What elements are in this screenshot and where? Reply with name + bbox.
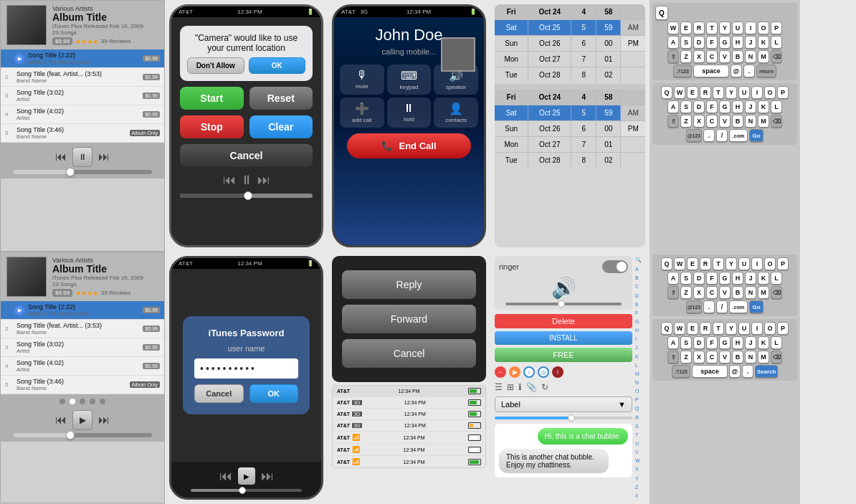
alpha-d[interactable]: D bbox=[635, 293, 645, 298]
song-row[interactable]: 2 Song Title (feat. Artist... (3:53) Ban… bbox=[1, 68, 164, 87]
price-badge[interactable]: $9.99 bbox=[52, 37, 72, 45]
next-btn-itunes[interactable]: ⏭ bbox=[261, 469, 274, 484]
kb-key[interactable]: E bbox=[687, 257, 698, 270]
kb-key[interactable]: K bbox=[758, 272, 769, 285]
label-select[interactable]: Label ▼ bbox=[495, 396, 632, 412]
kb-key[interactable]: O bbox=[764, 322, 776, 335]
q-key[interactable]: Q bbox=[655, 6, 668, 20]
kb-key[interactable]: E bbox=[687, 86, 698, 99]
progress-bar[interactable] bbox=[13, 170, 152, 174]
kb-key[interactable]: A bbox=[667, 272, 679, 285]
search-key[interactable]: Search bbox=[755, 365, 778, 378]
alpha-h[interactable]: H bbox=[635, 328, 645, 333]
attach-icon[interactable]: 📎 bbox=[526, 382, 537, 392]
slash-key[interactable]: / bbox=[716, 300, 728, 313]
kb-key[interactable]: L bbox=[771, 100, 782, 113]
song-price[interactable]: $0.99 bbox=[143, 74, 160, 80]
space-key[interactable]: space bbox=[693, 65, 729, 77]
alpha-c[interactable]: C bbox=[635, 284, 645, 289]
kb-key[interactable]: X bbox=[693, 115, 705, 128]
alpha-z[interactable]: Z bbox=[635, 485, 645, 490]
delete-key[interactable]: ⌫ bbox=[771, 351, 782, 363]
kb-key[interactable]: F bbox=[706, 36, 718, 49]
alpha-j[interactable]: J bbox=[635, 345, 645, 350]
info-icon[interactable]: ℹ bbox=[518, 382, 522, 392]
kb-key[interactable]: R bbox=[700, 257, 711, 270]
delete-key[interactable]: ⌫ bbox=[771, 50, 782, 63]
kb-key[interactable]: C bbox=[706, 50, 718, 63]
at123-key[interactable]: @123 bbox=[686, 300, 702, 313]
kb-key[interactable]: Z bbox=[680, 115, 692, 128]
kb-key[interactable]: T bbox=[713, 257, 724, 270]
itunes-ok-button[interactable]: OK bbox=[249, 384, 299, 403]
delete-button[interactable]: Delete bbox=[495, 314, 632, 328]
song-price[interactable]: $0.99 bbox=[143, 307, 160, 313]
kb-key[interactable]: T bbox=[706, 22, 718, 34]
dotcom-key[interactable]: .com bbox=[729, 129, 748, 142]
kb-key[interactable]: I bbox=[751, 322, 763, 335]
song-row[interactable]: 3 Song Title (3:02) Artist $0.99 bbox=[1, 87, 164, 105]
shift-key[interactable]: ⇧ bbox=[667, 351, 679, 363]
at-key[interactable]: @ bbox=[731, 65, 742, 77]
kb-key[interactable]: N bbox=[745, 50, 756, 63]
kb-key[interactable]: H bbox=[732, 336, 743, 349]
kb-key[interactable]: U bbox=[738, 86, 750, 99]
prev-btn-itunes[interactable]: ⏮ bbox=[219, 469, 232, 484]
song-row[interactable]: 3 Song Title (3:02) Artist $0.99 bbox=[1, 338, 164, 357]
pause-button[interactable]: ⏸ bbox=[72, 147, 92, 167]
timer-progress-thumb[interactable] bbox=[244, 191, 252, 200]
kb-key[interactable]: A bbox=[667, 36, 679, 49]
kb-key[interactable]: K bbox=[758, 336, 769, 349]
volume-track[interactable] bbox=[505, 303, 622, 305]
kb-key[interactable]: C bbox=[706, 115, 718, 128]
kb-key[interactable]: D bbox=[693, 272, 705, 285]
alpha-hash[interactable]: # bbox=[635, 493, 645, 498]
kb-key[interactable]: F bbox=[706, 100, 718, 113]
kb-key[interactable]: E bbox=[680, 22, 692, 34]
dotcom-key[interactable]: .com bbox=[729, 300, 748, 313]
itunes-progress-thumb[interactable] bbox=[239, 487, 246, 494]
kb-key[interactable]: G bbox=[719, 36, 731, 49]
progress-bar-2[interactable] bbox=[13, 433, 152, 437]
alpha-s[interactable]: S bbox=[635, 424, 645, 429]
blue-circle-icon[interactable]: i bbox=[523, 366, 535, 378]
kb-key[interactable]: F bbox=[706, 272, 718, 285]
alpha-o[interactable]: O bbox=[635, 389, 645, 394]
kb-key[interactable]: T bbox=[713, 322, 724, 335]
kb-key[interactable]: B bbox=[732, 50, 743, 63]
itunes-progress[interactable] bbox=[191, 489, 301, 492]
space-key[interactable]: space bbox=[692, 365, 728, 378]
kb-key[interactable]: B bbox=[732, 115, 743, 128]
kb-key[interactable]: P bbox=[777, 257, 789, 270]
shift-key[interactable]: ⇧ bbox=[667, 115, 679, 128]
cancel-button-reply[interactable]: Cancel bbox=[342, 339, 476, 368]
reply-button[interactable]: Reply bbox=[342, 270, 476, 299]
song-price[interactable]: $0.99 bbox=[143, 55, 160, 62]
alpha-e[interactable]: E bbox=[635, 302, 645, 307]
kb-key[interactable]: X bbox=[693, 351, 705, 363]
kb-key[interactable]: R bbox=[700, 86, 711, 99]
previous-button[interactable]: ⏮ bbox=[55, 151, 67, 163]
kb-key[interactable]: R bbox=[700, 322, 711, 335]
kb-key[interactable]: I bbox=[745, 22, 756, 34]
kb-key[interactable]: X bbox=[693, 50, 705, 63]
kb-key[interactable]: A bbox=[667, 100, 679, 113]
kb-key[interactable]: C bbox=[706, 286, 718, 299]
dot-key[interactable]: . bbox=[743, 65, 755, 77]
song-price[interactable]: Album Only bbox=[130, 130, 160, 136]
kb-key[interactable]: C bbox=[706, 351, 718, 363]
kb-key[interactable]: Q bbox=[661, 322, 672, 335]
alpha-g[interactable]: G bbox=[635, 319, 645, 324]
kb-key[interactable]: Y bbox=[719, 22, 731, 34]
play-button-3[interactable]: ▶ bbox=[72, 410, 92, 430]
kb-key[interactable]: S bbox=[680, 36, 692, 49]
kb-key[interactable]: Q bbox=[661, 257, 672, 270]
volume-thumb[interactable] bbox=[558, 300, 565, 308]
kb-key[interactable]: O bbox=[764, 257, 776, 270]
shift-key[interactable]: ⇧ bbox=[667, 50, 679, 63]
kb-key[interactable]: O bbox=[758, 22, 769, 34]
alpha-n[interactable]: N bbox=[635, 380, 645, 385]
kb-key[interactable]: V bbox=[719, 50, 731, 63]
kb-key[interactable]: V bbox=[719, 351, 731, 363]
kb-key[interactable]: Y bbox=[726, 257, 737, 270]
